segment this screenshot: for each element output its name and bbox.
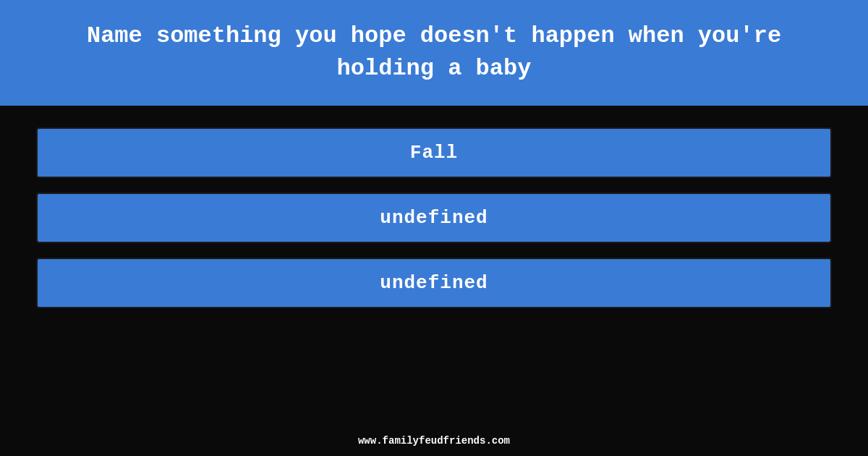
answer-text-2: undefined (380, 207, 488, 229)
question-text: Name something you hope doesn't happen w… (43, 20, 825, 85)
answer-row-3[interactable]: undefined (36, 258, 832, 308)
footer: www.familyfeudfriends.com (0, 426, 868, 456)
answer-text-3: undefined (380, 272, 488, 294)
footer-url: www.familyfeudfriends.com (358, 435, 510, 447)
answers-container: Fall undefined undefined (0, 106, 868, 426)
answer-row-2[interactable]: undefined (36, 193, 832, 243)
answer-row-1[interactable]: Fall (36, 127, 832, 178)
answer-text-1: Fall (410, 142, 458, 164)
question-banner: Name something you hope doesn't happen w… (0, 0, 868, 106)
